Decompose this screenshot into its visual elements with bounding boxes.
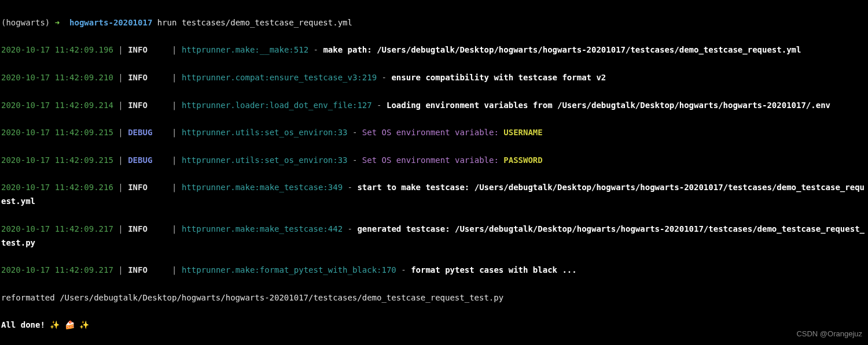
log-line: 2020-10-17 11:42:09.217 | INFO | httprun… bbox=[1, 264, 867, 277]
log-line: 2020-10-17 11:42:09.217 | INFO | httprun… bbox=[1, 222, 867, 250]
log-line: 2020-10-17 11:42:09.214 | INFO | httprun… bbox=[1, 99, 867, 113]
prompt-arrow: ➜ bbox=[55, 18, 60, 27]
prompt-env: (hogwarts) bbox=[1, 18, 50, 27]
all-done-line: All done! ✨ 🍰 ✨ bbox=[1, 318, 867, 332]
log-line: 2020-10-17 11:42:09.216 | INFO | httprun… bbox=[1, 181, 867, 209]
prompt-line: (hogwarts) ➜ hogwarts-20201017 hrun test… bbox=[1, 16, 867, 30]
log-line: 2020-10-17 11:42:09.210 | INFO | httprun… bbox=[1, 71, 867, 85]
prompt-dir: hogwarts-20201017 bbox=[69, 18, 152, 27]
log-line: 2020-10-17 11:42:09.196 | INFO | httprun… bbox=[1, 43, 867, 57]
sparkle-icon: ✨ 🍰 ✨ bbox=[50, 320, 89, 329]
log-line: 2020-10-17 11:42:09.215 | DEBUG | httpru… bbox=[1, 126, 867, 140]
log-line: 2020-10-17 11:42:09.215 | DEBUG | httpru… bbox=[1, 154, 867, 168]
terminal-output[interactable]: (hogwarts) ➜ hogwarts-20201017 hrun test… bbox=[1, 2, 867, 345]
reformatted-line: reformatted /Users/debugtalk/Desktop/hog… bbox=[1, 291, 867, 305]
command-text: hrun testcases/demo_testcase_request.yml bbox=[157, 18, 352, 27]
watermark-text: CSDN @Orangejuz bbox=[796, 328, 862, 340]
